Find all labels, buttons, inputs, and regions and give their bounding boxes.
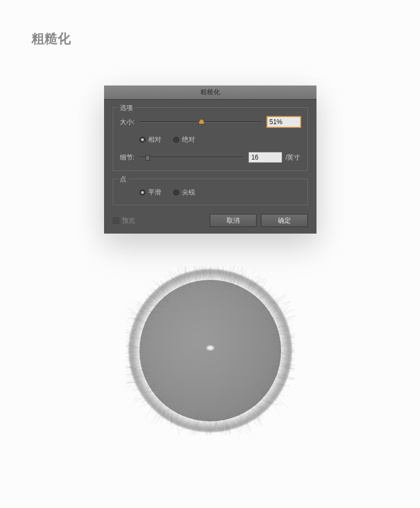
svg-line-270	[245, 405, 256, 412]
radio-icon	[173, 137, 179, 143]
svg-line-99	[232, 418, 234, 431]
svg-line-231	[145, 406, 152, 418]
svg-line-857	[137, 299, 143, 310]
svg-line-306	[169, 285, 173, 297]
smooth-radio[interactable]: 平滑	[139, 188, 161, 197]
svg-line-164	[236, 418, 240, 424]
svg-line-573	[266, 319, 274, 320]
point-mode-row: 平滑 尖锐	[120, 188, 301, 197]
relative-label: 相对	[148, 135, 161, 144]
options-legend: 选项	[118, 103, 135, 113]
svg-line-118	[166, 410, 172, 412]
detail-slider[interactable]	[139, 157, 244, 158]
svg-line-861	[256, 308, 262, 309]
svg-line-199	[173, 421, 178, 425]
svg-line-629	[132, 355, 139, 357]
svg-line-97	[286, 314, 294, 325]
svg-line-146	[202, 281, 204, 287]
svg-line-319	[126, 357, 140, 358]
svg-line-572	[269, 376, 271, 382]
svg-line-751	[172, 280, 178, 293]
svg-line-699	[273, 336, 281, 339]
svg-line-137	[232, 422, 239, 426]
svg-line-855	[203, 413, 206, 419]
radio-icon	[139, 189, 145, 195]
effect-preview	[22, 280, 398, 421]
svg-line-300	[144, 360, 148, 364]
svg-line-519	[172, 289, 179, 292]
svg-line-784	[136, 370, 148, 372]
absolute-label: 绝对	[182, 135, 195, 144]
svg-line-575	[145, 309, 152, 312]
dialog-title: 粗糙化	[200, 88, 220, 97]
svg-line-703	[142, 384, 144, 390]
svg-line-804	[143, 318, 148, 320]
detail-row: 细节: /英寸	[120, 152, 301, 163]
svg-line-569	[254, 415, 264, 426]
svg-line-614	[179, 276, 181, 290]
svg-line-91	[258, 305, 263, 307]
svg-line-529	[275, 311, 287, 314]
svg-line-624	[228, 411, 232, 420]
radio-icon	[139, 137, 145, 143]
svg-line-689	[132, 388, 142, 401]
svg-line-777	[248, 411, 251, 420]
svg-line-140	[256, 277, 259, 289]
svg-line-437	[144, 314, 155, 320]
svg-line-736	[196, 270, 200, 279]
size-input[interactable]	[267, 117, 301, 127]
svg-line-615	[130, 330, 139, 335]
svg-line-86	[288, 319, 294, 327]
detail-input[interactable]	[248, 152, 282, 163]
svg-line-580	[143, 392, 150, 401]
page-title: 粗糙化	[32, 30, 398, 47]
svg-line-793	[132, 396, 143, 404]
svg-line-823	[251, 412, 259, 420]
checkbox-icon	[113, 217, 119, 224]
sharp-label: 尖锐	[182, 188, 195, 197]
detail-slider-handle[interactable]	[145, 155, 150, 161]
svg-line-414	[178, 422, 186, 435]
svg-line-698	[169, 271, 173, 280]
svg-line-664	[129, 363, 134, 365]
svg-line-62	[267, 381, 271, 388]
svg-line-768	[252, 404, 252, 411]
svg-line-0	[179, 291, 181, 296]
size-mode-row: 相对 绝对	[120, 135, 301, 144]
size-label: 大小:	[120, 118, 139, 127]
size-row: 大小:	[120, 117, 301, 127]
svg-line-323	[134, 378, 146, 388]
svg-line-65	[194, 281, 200, 287]
svg-line-353	[145, 302, 151, 307]
absolute-radio[interactable]: 绝对	[173, 135, 195, 144]
svg-line-543	[206, 271, 211, 285]
cancel-button[interactable]: 取消	[210, 214, 257, 227]
svg-line-635	[260, 406, 270, 411]
svg-line-863	[126, 356, 137, 359]
svg-line-887	[215, 421, 222, 434]
svg-line-661	[269, 319, 272, 325]
svg-line-770	[286, 378, 295, 379]
svg-line-455	[149, 301, 156, 305]
sharp-radio[interactable]: 尖锐	[173, 188, 195, 197]
preview-checkbox[interactable]: 预览	[113, 216, 135, 225]
svg-line-836	[276, 302, 290, 304]
svg-line-194	[251, 292, 255, 301]
svg-line-304	[131, 329, 140, 334]
svg-line-47	[197, 411, 200, 416]
svg-line-215	[152, 401, 160, 412]
size-slider-handle[interactable]	[198, 118, 205, 125]
svg-line-58	[150, 305, 155, 309]
svg-line-891	[140, 397, 154, 405]
svg-line-147	[233, 420, 237, 432]
svg-line-5	[135, 387, 138, 391]
size-slider[interactable]	[139, 121, 261, 123]
svg-line-862	[182, 421, 188, 430]
svg-line-505	[141, 401, 150, 401]
svg-line-512	[186, 283, 188, 287]
svg-line-528	[155, 292, 160, 295]
ok-button[interactable]: 确定	[261, 214, 308, 227]
svg-line-108	[158, 286, 159, 292]
relative-radio[interactable]: 相对	[139, 135, 161, 144]
svg-line-176	[251, 268, 255, 282]
